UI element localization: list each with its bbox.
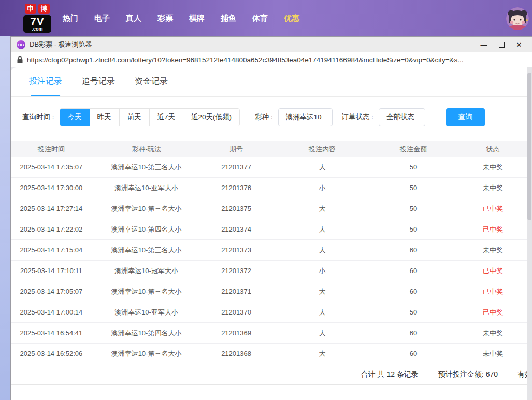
cell-game: 澳洲幸运10-第三名大小 [92,204,201,213]
main-menu: 热门电子真人彩票棋牌捕鱼体育优惠 [63,13,299,23]
table-row[interactable]: 2025-03-14 17:10:11澳洲幸运10-冠军大小21201372小6… [11,261,532,281]
tab-投注记录[interactable]: 投注记录 [29,76,62,96]
cell-issue: 21201375 [201,205,271,212]
cell-time: 2025-03-14 16:54:41 [11,329,92,337]
avatar-illustration [506,7,529,30]
cell-game: 澳洲幸运10-亚军大小 [92,183,201,193]
column-header-彩种-玩法: 彩种-玩法 [92,145,201,154]
nav-item-电子[interactable]: 电子 [94,13,110,23]
cell-time: 2025-03-14 17:30:00 [11,184,92,192]
cell-amount: 60 [373,329,454,337]
user-avatar[interactable] [506,7,529,30]
brand-logo[interactable]: 申 博 7V .com [23,4,51,33]
time-option-昨天[interactable]: 昨天 [90,109,119,126]
column-header-期号: 期号 [201,145,271,154]
cell-game: 澳洲幸运10-第三名大小 [92,287,201,296]
cell-amount: 50 [373,225,454,233]
column-header-投注金额: 投注金额 [373,145,454,154]
cell-amount: 60 [373,350,454,358]
window-titlebar[interactable]: DB DB彩票 - 极速浏览器 — ✕ [11,37,532,52]
time-filter-group: 今天昨天前天近7天近20天(低频) [60,108,240,126]
scrollbar-thumb[interactable] [527,73,531,220]
cell-time: 2025-03-14 17:05:07 [11,288,92,295]
column-header-投注时间: 投注时间 [11,145,92,154]
cell-content: 大 [271,349,373,359]
record-tabs: 投注记录追号记录资金记录 [11,67,532,97]
table-row[interactable]: 2025-03-14 16:54:41澳洲幸运10-第四名大小21201369大… [11,323,532,344]
table-summary: 合计 共 12 条记录 预计投注金额: 670 有效投注金额 [11,364,532,385]
cell-amount: 50 [373,184,454,192]
cell-status: 未中奖 [454,349,532,359]
table-row[interactable]: 2025-03-14 17:35:07澳洲幸运10-第三名大小21201377大… [11,157,532,178]
cell-status: 未中奖 [454,328,532,338]
time-option-近20天(低频)[interactable]: 近20天(低频) [183,109,239,126]
table-row[interactable]: 2025-03-14 17:27:14澳洲幸运10-第三名大小21201375大… [11,198,532,219]
column-header-投注内容: 投注内容 [271,145,373,154]
lock-icon [17,56,23,63]
top-navbar: 申 博 7V .com 热门电子真人彩票棋牌捕鱼体育优惠 [0,0,532,36]
cell-time: 2025-03-14 17:00:14 [11,308,92,316]
minimize-button[interactable]: — [475,38,493,51]
browser-window: DB DB彩票 - 极速浏览器 — ✕ https://ctop02pchwp1… [10,36,532,400]
table-row[interactable]: 2025-03-14 17:22:02澳洲幸运10-第四名大小21201374大… [11,219,532,240]
cell-game: 澳洲幸运10-第三名大小 [92,349,201,359]
query-button[interactable]: 查询 [446,108,485,126]
tab-追号记录[interactable]: 追号记录 [82,76,115,96]
cell-time: 2025-03-14 17:27:14 [11,205,92,212]
cell-time: 2025-03-14 17:22:02 [11,225,92,233]
tab-资金记录[interactable]: 资金记录 [135,76,168,96]
cell-status: 已中奖 [454,308,532,317]
page-content: 投注记录追号记录资金记录 查询时间 : 今天昨天前天近7天近20天(低频) 彩种… [11,67,532,400]
table-row[interactable]: 2025-03-14 17:30:00澳洲幸运10-亚军大小21201376小5… [11,178,532,198]
summary-expected-amount: 预计投注金额: 670 [438,370,498,379]
cell-content: 小 [271,183,373,193]
cell-time: 2025-03-14 16:52:06 [11,350,92,358]
nav-item-捕鱼[interactable]: 捕鱼 [221,13,236,23]
cell-amount: 50 [373,163,454,171]
cell-issue: 21201370 [201,308,271,316]
nav-item-优惠[interactable]: 优惠 [284,13,299,23]
vertical-scrollbar[interactable] [527,67,532,400]
cell-content: 小 [271,266,373,276]
time-option-今天[interactable]: 今天 [60,109,90,126]
logo-badge-shen: 申 [25,4,36,14]
status-select-value: 全部状态 [386,112,414,122]
cell-issue: 21201369 [201,329,271,337]
bet-records-table: 投注时间彩种-玩法期号投注内容投注金额状态 2025-03-14 17:35:0… [11,141,532,385]
cell-amount: 50 [373,205,454,212]
nav-item-彩票[interactable]: 彩票 [157,13,173,23]
cell-game: 澳洲幸运10-亚军大小 [92,308,201,317]
column-header-状态: 状态 [454,145,532,154]
logo-badge-bo: 博 [38,4,50,14]
table-row[interactable]: 2025-03-14 17:15:04澳洲幸运10-第三名大小21201373大… [11,240,532,261]
table-header: 投注时间彩种-玩法期号投注内容投注金额状态 [11,141,532,157]
cell-amount: 60 [373,267,454,275]
table-row[interactable]: 2025-03-14 16:52:06澳洲幸运10-第三名大小21201368大… [11,344,532,364]
logo-suffix-text: .com [32,27,42,32]
cell-status: 已中奖 [454,225,532,234]
cell-issue: 21201368 [201,350,271,358]
time-option-前天[interactable]: 前天 [119,109,149,126]
cell-status: 已中奖 [454,266,532,276]
nav-item-热门[interactable]: 热门 [63,13,78,23]
cell-game: 澳洲幸运10-第三名大小 [92,246,201,255]
cell-status: 未中奖 [454,246,532,255]
cell-content: 大 [271,163,373,172]
order-status-select[interactable]: 全部状态 [379,108,425,126]
maximize-button[interactable] [493,38,510,51]
logo-brand-text: 7V [30,16,45,26]
cell-amount: 60 [373,246,454,254]
cell-time: 2025-03-14 17:15:04 [11,246,92,254]
nav-item-真人[interactable]: 真人 [126,13,141,23]
table-row[interactable]: 2025-03-14 17:00:14澳洲幸运10-亚军大小21201370大5… [11,302,532,323]
cell-amount: 50 [373,308,454,316]
nav-item-体育[interactable]: 体育 [252,13,268,23]
close-button[interactable]: ✕ [510,38,528,51]
filter-bar: 查询时间 : 今天昨天前天近7天近20天(低频) 彩种 : 澳洲幸运10 订单状… [11,108,532,126]
table-row[interactable]: 2025-03-14 17:05:07澳洲幸运10-第三名大小21201371大… [11,281,532,302]
address-bar[interactable]: https://ctop02pchwp1.zfnc84.com/lottery/… [11,52,532,67]
cell-amount: 60 [373,288,454,295]
lottery-select[interactable]: 澳洲幸运10 [278,108,333,126]
nav-item-棋牌[interactable]: 棋牌 [189,13,205,23]
time-option-近7天[interactable]: 近7天 [149,109,183,126]
